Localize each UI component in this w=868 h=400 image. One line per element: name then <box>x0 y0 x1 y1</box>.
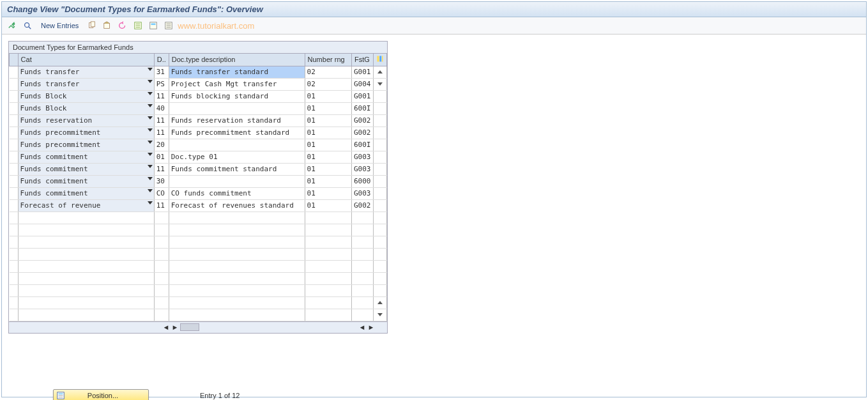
table-row[interactable] <box>10 309 387 321</box>
table-row[interactable]: Funds transferPSProject Cash Mgt transfe… <box>10 78 387 90</box>
cell-cat[interactable]: Funds transfer <box>18 78 154 90</box>
chevron-down-icon[interactable] <box>148 128 153 132</box>
cell-doctype[interactable] <box>154 236 169 248</box>
cell-doctype[interactable]: 30 <box>154 175 169 187</box>
row-handle[interactable] <box>10 90 19 102</box>
select-block-icon[interactable] <box>147 19 160 32</box>
cell-nrng[interactable]: 01 <box>305 139 351 151</box>
cell-cat[interactable] <box>18 284 154 296</box>
table-row[interactable] <box>10 212 387 224</box>
cell-fstg[interactable] <box>352 272 374 284</box>
cell-fstg[interactable]: G002 <box>352 199 374 212</box>
cell-desc[interactable]: Funds reservation standard <box>169 114 305 127</box>
cell-fstg[interactable] <box>352 224 374 236</box>
cell-cat[interactable]: Funds transfer <box>18 66 154 78</box>
vscroll-track[interactable] <box>373 212 386 224</box>
table-row[interactable]: Funds Block11Funds blocking standard01G0… <box>10 90 387 102</box>
copy-icon[interactable] <box>86 19 98 32</box>
cell-doctype[interactable] <box>154 309 169 321</box>
cell-nrng[interactable]: 01 <box>305 102 351 114</box>
cell-doctype[interactable]: 40 <box>154 102 169 114</box>
row-handle[interactable] <box>10 296 19 309</box>
select-all-icon[interactable] <box>132 19 144 32</box>
cell-cat[interactable] <box>18 236 154 248</box>
cell-desc[interactable] <box>169 236 305 248</box>
cell-cat[interactable] <box>18 260 154 272</box>
cell-nrng[interactable] <box>305 248 351 260</box>
chevron-down-icon[interactable] <box>148 104 153 107</box>
chevron-down-icon[interactable] <box>148 68 153 71</box>
table-row[interactable] <box>10 248 387 260</box>
chevron-down-icon[interactable] <box>148 177 153 180</box>
row-handle[interactable] <box>10 212 19 224</box>
table-row[interactable]: Funds Block4001600I <box>10 102 387 114</box>
row-handle[interactable] <box>10 187 19 199</box>
table-row[interactable]: Funds reservation11Funds reservation sta… <box>10 114 387 127</box>
cell-desc[interactable]: CO funds commitment <box>169 187 305 199</box>
cell-desc[interactable]: Project Cash Mgt transfer <box>169 78 305 90</box>
cell-desc[interactable] <box>169 224 305 236</box>
cell-fstg[interactable]: 600I <box>352 139 374 151</box>
cell-fstg[interactable]: G002 <box>352 127 374 139</box>
scroll-down-icon[interactable] <box>376 80 385 89</box>
row-handle[interactable] <box>10 151 19 163</box>
row-handle[interactable] <box>10 272 19 284</box>
cell-desc[interactable] <box>169 212 305 224</box>
row-handle[interactable] <box>10 260 19 272</box>
cell-doctype[interactable]: 31 <box>154 66 169 78</box>
cell-nrng[interactable] <box>305 296 351 309</box>
cell-doctype[interactable] <box>154 272 169 284</box>
cell-nrng[interactable]: 01 <box>305 163 351 175</box>
row-handle[interactable] <box>10 114 19 127</box>
cell-fstg[interactable] <box>352 284 374 296</box>
col-doctype[interactable]: D.. <box>154 54 169 66</box>
cell-doctype[interactable] <box>154 248 169 260</box>
cell-doctype[interactable]: 11 <box>154 114 169 127</box>
vscroll-track[interactable] <box>373 151 386 163</box>
cell-desc[interactable]: Funds transfer standard <box>169 66 305 78</box>
hscroll-left-icon[interactable]: ◄ <box>162 323 170 331</box>
scroll-up-icon[interactable] <box>376 298 385 307</box>
row-handle[interactable] <box>10 248 19 260</box>
vscroll-track[interactable] <box>373 139 386 151</box>
cell-nrng[interactable]: 01 <box>305 151 351 163</box>
cell-nrng[interactable] <box>305 212 351 224</box>
vscroll-track[interactable] <box>373 260 386 272</box>
cell-desc[interactable]: Funds blocking standard <box>169 90 305 102</box>
cell-fstg[interactable]: G001 <box>352 66 374 78</box>
details-icon[interactable] <box>21 19 34 32</box>
vscroll-track[interactable] <box>373 66 386 78</box>
vscroll-track[interactable] <box>373 236 386 248</box>
cell-cat[interactable]: Funds commitment <box>18 163 154 175</box>
cell-cat[interactable] <box>18 296 154 309</box>
cell-cat[interactable] <box>18 224 154 236</box>
cell-fstg[interactable] <box>352 236 374 248</box>
vscroll-track[interactable] <box>373 163 386 175</box>
table-row[interactable]: Forecast of revenue11Forecast of revenue… <box>10 199 387 212</box>
cell-doctype[interactable]: 11 <box>154 127 169 139</box>
chevron-down-icon[interactable] <box>148 92 153 95</box>
vscroll-track[interactable] <box>373 284 386 296</box>
table-row[interactable]: Funds precommitment11Funds precommitment… <box>10 127 387 139</box>
cell-desc[interactable]: Funds precommitment standard <box>169 127 305 139</box>
col-nrng[interactable]: Number rng <box>305 54 351 66</box>
row-handle[interactable] <box>10 236 19 248</box>
table-row[interactable] <box>10 296 387 309</box>
row-handle[interactable] <box>10 102 19 114</box>
scroll-up-icon[interactable] <box>376 68 385 77</box>
cell-doctype[interactable] <box>154 224 169 236</box>
cell-cat[interactable] <box>18 309 154 321</box>
cell-nrng[interactable]: 01 <box>305 127 351 139</box>
vscroll-track[interactable] <box>373 187 386 199</box>
change-display-icon[interactable] <box>6 19 19 32</box>
cell-cat[interactable]: Funds commitment <box>18 187 154 199</box>
table-row[interactable]: Funds transfer31Funds transfer standard0… <box>10 66 387 78</box>
cell-doctype[interactable]: PS <box>154 78 169 90</box>
cell-doctype[interactable]: 20 <box>154 139 169 151</box>
new-entries-button[interactable]: New Entries <box>36 20 83 31</box>
cell-nrng[interactable]: 01 <box>305 114 351 127</box>
cell-nrng[interactable]: 01 <box>305 187 351 199</box>
chevron-down-icon[interactable] <box>148 116 153 119</box>
hscroll-right2-icon[interactable]: ► <box>367 323 375 331</box>
table-row[interactable]: Funds commitment30016000 <box>10 175 387 187</box>
